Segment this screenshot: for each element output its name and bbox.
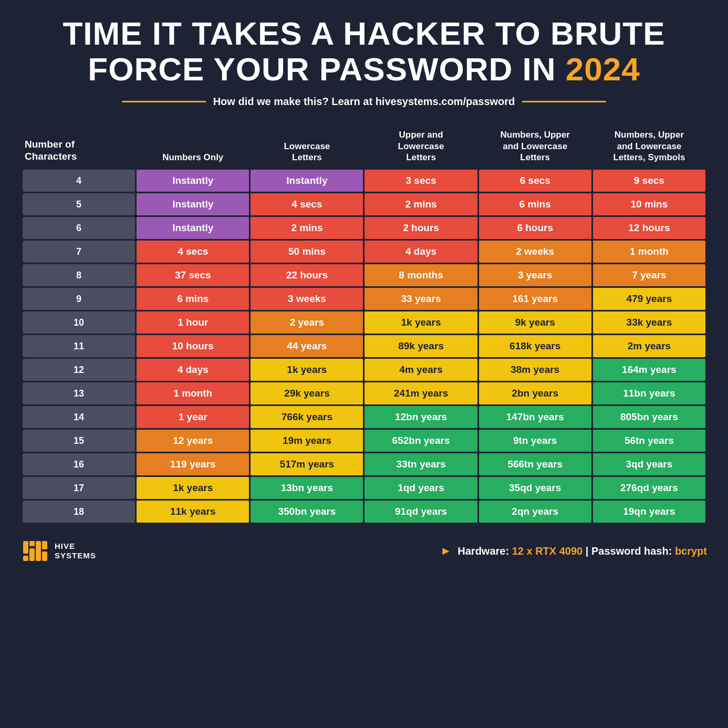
title-year: 2024 xyxy=(566,51,640,87)
cell-1-0: Instantly xyxy=(137,193,249,215)
cell-8-0: 4 days xyxy=(137,359,249,381)
char-count: 8 xyxy=(23,264,135,286)
header-row: Number ofCharacters Numbers Only Lowerca… xyxy=(23,124,705,168)
logo-area: HIVE SYSTEMS xyxy=(21,537,96,565)
cell-6-4: 33k years xyxy=(593,311,705,334)
cell-9-2: 241m years xyxy=(365,382,477,404)
char-count: 6 xyxy=(23,217,135,239)
cell-13-1: 13bn years xyxy=(251,477,363,499)
col-header-num-upper-lower: Numbers, Upperand LowercaseLetters xyxy=(479,124,591,168)
cell-13-4: 276qd years xyxy=(593,477,705,499)
char-count: 10 xyxy=(23,311,135,334)
table-row: 16119 years517m years33tn years566tn yea… xyxy=(23,453,705,475)
title-line2: FORCE YOUR PASSWORD IN 2024 xyxy=(63,51,665,87)
cell-12-1: 517m years xyxy=(251,453,363,475)
cell-2-1: 2 mins xyxy=(251,217,363,239)
cell-14-4: 19qn years xyxy=(593,501,705,523)
table-row: 96 mins3 weeks33 years161 years479 years xyxy=(23,288,705,310)
cell-4-0: 37 secs xyxy=(137,264,249,286)
cell-12-3: 566tn years xyxy=(479,453,591,475)
cell-6-2: 1k years xyxy=(365,311,477,334)
cell-12-0: 119 years xyxy=(137,453,249,475)
cell-8-4: 164m years xyxy=(593,359,705,381)
cell-11-1: 19m years xyxy=(251,430,363,452)
hash-value: bcrypt xyxy=(675,545,707,557)
cell-8-3: 38m years xyxy=(479,359,591,381)
cell-1-3: 6 mins xyxy=(479,193,591,215)
cell-3-0: 4 secs xyxy=(137,241,249,263)
cell-14-1: 350bn years xyxy=(251,501,363,523)
table-row: 131 month29k years241m years2bn years11b… xyxy=(23,382,705,404)
cell-2-2: 2 hours xyxy=(365,217,477,239)
subtitle-text: How did we make this? Learn at hivesyste… xyxy=(213,96,515,108)
cell-10-2: 12bn years xyxy=(365,406,477,428)
cell-11-2: 652bn years xyxy=(365,430,477,452)
cell-5-3: 161 years xyxy=(479,288,591,310)
cell-12-4: 3qd years xyxy=(593,453,705,475)
table-row: 1811k years350bn years91qd years2qn year… xyxy=(23,501,705,523)
subtitle-line-right xyxy=(522,101,606,102)
col-header-num-upper-lower-sym: Numbers, Upperand LowercaseLetters, Symb… xyxy=(593,124,705,168)
cell-6-3: 9k years xyxy=(479,311,591,334)
cell-2-4: 12 hours xyxy=(593,217,705,239)
cell-2-3: 6 hours xyxy=(479,217,591,239)
table-row: 171k years13bn years1qd years35qd years2… xyxy=(23,477,705,499)
cell-7-0: 10 hours xyxy=(137,335,249,357)
cell-0-2: 3 secs xyxy=(365,170,477,192)
char-count: 13 xyxy=(23,382,135,404)
svg-rect-2 xyxy=(29,541,35,546)
char-count: 16 xyxy=(23,453,135,475)
table-row: 101 hour2 years1k years9k years33k years xyxy=(23,311,705,334)
cell-5-2: 33 years xyxy=(365,288,477,310)
cell-6-0: 1 hour xyxy=(137,311,249,334)
hardware-value: 12 x RTX 4090 xyxy=(512,545,583,557)
cell-7-4: 2m years xyxy=(593,335,705,357)
cell-10-0: 1 year xyxy=(137,406,249,428)
char-count: 11 xyxy=(23,335,135,357)
cell-3-2: 4 days xyxy=(365,241,477,263)
footer-arrow: ► xyxy=(440,544,452,557)
cell-10-1: 766k years xyxy=(251,406,363,428)
cell-1-4: 10 mins xyxy=(593,193,705,215)
svg-rect-5 xyxy=(42,541,47,549)
cell-1-2: 2 mins xyxy=(365,193,477,215)
cell-6-1: 2 years xyxy=(251,311,363,334)
svg-rect-4 xyxy=(36,541,41,561)
col-header-numbers: Numbers Only xyxy=(137,124,249,168)
cell-5-0: 6 mins xyxy=(137,288,249,310)
char-count: 15 xyxy=(23,430,135,452)
cell-9-1: 29k years xyxy=(251,382,363,404)
table-row: 837 secs22 hours8 months3 years7 years xyxy=(23,264,705,286)
svg-rect-3 xyxy=(29,548,35,561)
char-count: 9 xyxy=(23,288,135,310)
svg-rect-0 xyxy=(23,541,28,554)
cell-10-4: 805bn years xyxy=(593,406,705,428)
col-header-chars: Number ofCharacters xyxy=(23,124,135,168)
char-count: 18 xyxy=(23,501,135,523)
table-row: 74 secs50 mins4 days2 weeks1 month xyxy=(23,241,705,263)
table-row: 5Instantly4 secs2 mins6 mins10 mins xyxy=(23,193,705,215)
table-row: 124 days1k years4m years38m years164m ye… xyxy=(23,359,705,381)
svg-rect-6 xyxy=(42,552,47,561)
cell-8-2: 4m years xyxy=(365,359,477,381)
cell-5-4: 479 years xyxy=(593,288,705,310)
svg-rect-1 xyxy=(23,556,28,561)
cell-1-1: 4 secs xyxy=(251,193,363,215)
cell-12-2: 33tn years xyxy=(365,453,477,475)
cell-4-2: 8 months xyxy=(365,264,477,286)
cell-9-0: 1 month xyxy=(137,382,249,404)
table-row: 6Instantly2 mins2 hours6 hours12 hours xyxy=(23,217,705,239)
footer-info: ► Hardware: 12 x RTX 4090 | Password has… xyxy=(440,544,707,558)
table-row: 1512 years19m years652bn years9tn years5… xyxy=(23,430,705,452)
cell-7-1: 44 years xyxy=(251,335,363,357)
cell-11-0: 12 years xyxy=(137,430,249,452)
cell-4-3: 3 years xyxy=(479,264,591,286)
cell-13-2: 1qd years xyxy=(365,477,477,499)
title: TIME IT TAKES A HACKER TO BRUTE FORCE YO… xyxy=(63,16,665,96)
hash-label: Password hash: xyxy=(591,545,672,557)
subtitle-bar: How did we make this? Learn at hivesyste… xyxy=(21,96,707,108)
cell-14-0: 11k years xyxy=(137,501,249,523)
separator: | xyxy=(586,545,591,557)
footer: HIVE SYSTEMS ► Hardware: 12 x RTX 4090 |… xyxy=(21,537,707,565)
cell-3-1: 50 mins xyxy=(251,241,363,263)
